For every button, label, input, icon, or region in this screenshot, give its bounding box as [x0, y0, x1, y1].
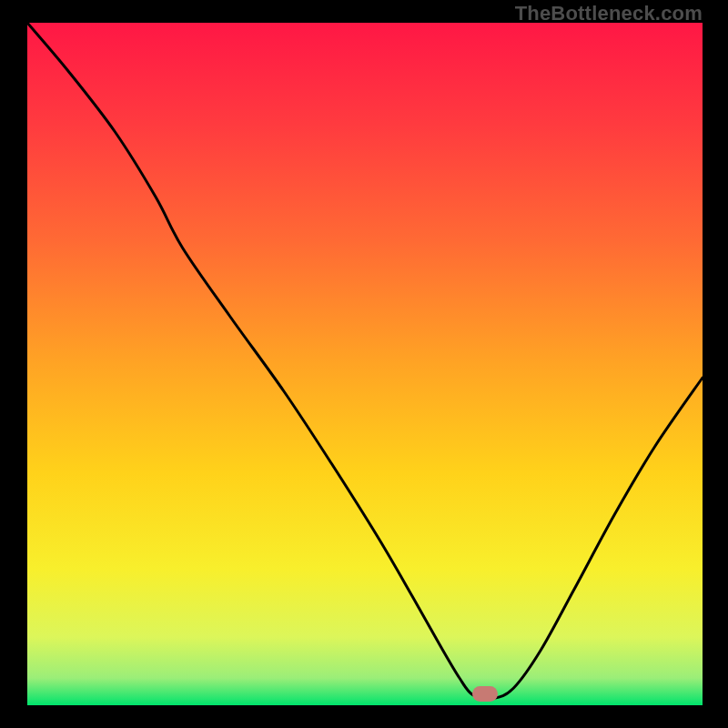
stage: TheBottleneck.com [0, 0, 728, 728]
watermark-text: TheBottleneck.com [515, 2, 703, 25]
chart-curve [27, 23, 703, 705]
chart-marker [472, 686, 498, 702]
chart-plot-area [27, 23, 703, 705]
